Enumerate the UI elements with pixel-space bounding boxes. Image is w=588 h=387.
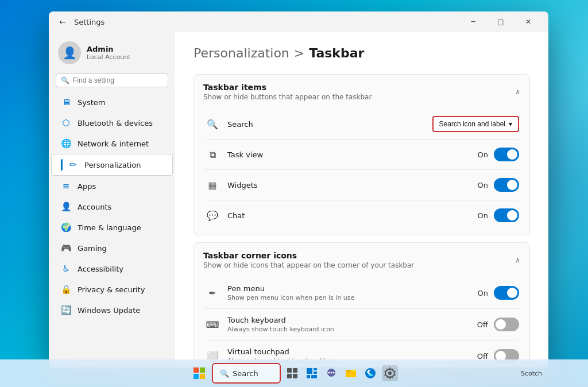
section-taskbar-items-header[interactable]: Taskbar items Show or hide buttons that … bbox=[194, 75, 529, 109]
pen-sublabel: Show pen menu icon when pen is in use bbox=[227, 294, 471, 301]
svg-rect-8 bbox=[307, 368, 312, 374]
taskview-toggle[interactable] bbox=[494, 148, 519, 161]
section-corner-icons-header[interactable]: Taskbar corner icons Show or hide icons … bbox=[194, 243, 529, 277]
section-title-corner: Taskbar corner icons bbox=[203, 251, 414, 260]
sidebar-item-label-time: Time & language bbox=[78, 223, 141, 232]
maximize-button[interactable]: □ bbox=[488, 13, 514, 31]
sidebar-search[interactable]: 🔍 bbox=[56, 73, 168, 87]
sidebar-item-apps[interactable]: ≡ Apps bbox=[51, 176, 173, 196]
keyboard-label-text: Touch keyboard bbox=[227, 316, 470, 324]
svg-rect-11 bbox=[307, 375, 310, 378]
accounts-icon: 👤 bbox=[60, 201, 72, 212]
sidebar-item-accounts[interactable]: 👤 Accounts bbox=[51, 196, 173, 217]
window-title: Settings bbox=[74, 18, 105, 26]
svg-rect-9 bbox=[314, 368, 317, 370]
personalization-icon: ✏ bbox=[67, 159, 79, 171]
minimize-button[interactable]: ─ bbox=[460, 13, 486, 31]
keyboard-sublabel: Always show touch keyboard icon bbox=[227, 326, 470, 333]
accessibility-icon: ♿ bbox=[60, 263, 72, 274]
svg-rect-2 bbox=[194, 374, 199, 379]
svg-rect-1 bbox=[200, 367, 205, 373]
sidebar-item-system[interactable]: 🖥 System bbox=[51, 92, 173, 113]
section-corner-icons-body: ✒ Pen menu Show pen menu icon when pen i… bbox=[194, 277, 529, 367]
sidebar-item-privacy[interactable]: 🔒 Privacy & security bbox=[51, 279, 173, 300]
pen-label-text: Pen menu bbox=[227, 284, 471, 293]
sidebar-item-time[interactable]: 🌍 Time & language bbox=[51, 217, 173, 238]
scotch-label-area: Scotch bbox=[521, 359, 542, 387]
taskbar-chat-icon[interactable] bbox=[323, 365, 339, 381]
privacy-icon: 🔒 bbox=[60, 284, 72, 295]
windows-logo bbox=[194, 367, 205, 379]
chevron-up-icon: ∧ bbox=[515, 88, 520, 96]
sidebar-item-label-system: System bbox=[78, 98, 105, 107]
setting-row-search[interactable]: 🔍 Search Search icon and label ▾ bbox=[199, 109, 525, 139]
keyboard-status: Off bbox=[477, 320, 488, 329]
setting-row-widgets[interactable]: ▦ Widgets On bbox=[199, 170, 525, 200]
taskview-icon: ⧉ bbox=[204, 146, 220, 162]
setting-row-pen[interactable]: ✒ Pen menu Show pen menu icon when pen i… bbox=[199, 277, 525, 308]
setting-row-chat[interactable]: 💬 Chat On bbox=[199, 200, 525, 230]
back-button[interactable]: ← bbox=[56, 15, 69, 29]
sidebar-item-label-apps: Apps bbox=[78, 182, 96, 191]
user-role: Local Account bbox=[87, 53, 130, 61]
scotch-label: Scotch bbox=[521, 370, 542, 377]
setting-right-keyboard: Off bbox=[477, 318, 519, 331]
section-taskbar-items: Taskbar items Show or hide buttons that … bbox=[194, 74, 530, 235]
update-icon: 🔄 bbox=[60, 304, 72, 316]
setting-row-taskview[interactable]: ⧉ Task view On bbox=[199, 140, 525, 169]
svg-rect-4 bbox=[287, 368, 292, 373]
page-title: Taskbar bbox=[309, 46, 364, 60]
section-subtitle-corner: Show or hide icons that appear on the co… bbox=[203, 261, 414, 269]
search-dropdown-button[interactable]: Search icon and label ▾ bbox=[432, 116, 519, 132]
keyboard-toggle[interactable] bbox=[494, 318, 519, 331]
settings-window: ← Settings ─ □ ✕ 👤 Admin Local Account 🔍 bbox=[49, 11, 548, 367]
svg-point-14 bbox=[328, 372, 330, 374]
svg-rect-7 bbox=[293, 374, 297, 378]
section-title-group-corner: Taskbar corner icons Show or hide icons … bbox=[203, 251, 414, 269]
taskbar-search-icon: 🔍 bbox=[220, 369, 229, 378]
svg-rect-5 bbox=[293, 368, 297, 373]
setting-right-chat: On bbox=[478, 208, 519, 222]
svg-rect-6 bbox=[287, 374, 292, 378]
search-input[interactable] bbox=[73, 76, 163, 84]
svg-point-15 bbox=[331, 372, 332, 374]
pen-toggle[interactable] bbox=[494, 286, 519, 300]
pen-status: On bbox=[478, 289, 488, 297]
taskbar-taskview-icon[interactable] bbox=[284, 365, 300, 381]
network-icon: 🌐 bbox=[60, 138, 72, 149]
sidebar-item-update[interactable]: 🔄 Windows Update bbox=[51, 300, 173, 320]
breadcrumb-parent: Personalization bbox=[194, 46, 289, 60]
widgets-toggle[interactable] bbox=[494, 178, 519, 192]
user-info: Admin Local Account bbox=[87, 45, 130, 61]
svg-point-16 bbox=[333, 372, 335, 374]
sidebar-item-label-accessibility: Accessibility bbox=[78, 265, 123, 273]
sidebar: 👤 Admin Local Account 🔍 🖥 System ⬡ bbox=[49, 32, 175, 367]
sidebar-item-personalization[interactable]: ✏ Personalization bbox=[51, 154, 173, 176]
taskbar-widgets-icon[interactable] bbox=[304, 365, 320, 381]
sidebar-item-network[interactable]: 🌐 Network & internet bbox=[51, 133, 173, 154]
touchpad-label-text: Virtual touchpad bbox=[227, 347, 470, 356]
taskbar-settings-icon[interactable] bbox=[382, 365, 398, 381]
close-button[interactable]: ✕ bbox=[515, 13, 541, 31]
widgets-status: On bbox=[478, 181, 488, 189]
taskbar-explorer-icon[interactable] bbox=[343, 365, 359, 381]
taskbar-search-box[interactable]: 🔍 Search bbox=[212, 363, 281, 384]
settings-body: 👤 Admin Local Account 🔍 🖥 System ⬡ bbox=[49, 32, 548, 367]
sidebar-item-accessibility[interactable]: ♿ Accessibility bbox=[51, 258, 173, 279]
start-button[interactable] bbox=[190, 364, 208, 382]
setting-label-chat: Chat bbox=[227, 211, 471, 220]
sidebar-item-gaming[interactable]: 🎮 Gaming bbox=[51, 238, 173, 258]
window-controls: ─ □ ✕ bbox=[460, 13, 541, 31]
chat-toggle[interactable] bbox=[494, 208, 519, 222]
taskbar-edge-icon[interactable] bbox=[362, 365, 378, 381]
nav-list: 🖥 System ⬡ Bluetooth & devices 🌐 Network… bbox=[49, 92, 175, 320]
time-icon: 🌍 bbox=[60, 222, 72, 233]
setting-row-touch-keyboard[interactable]: ⌨ Touch keyboard Always show touch keybo… bbox=[199, 309, 525, 340]
apps-icon: ≡ bbox=[60, 180, 72, 192]
setting-label-keyboard: Touch keyboard Always show touch keyboar… bbox=[227, 316, 470, 333]
setting-label-pen: Pen menu Show pen menu icon when pen is … bbox=[227, 284, 471, 301]
setting-right-search: Search icon and label ▾ bbox=[432, 116, 519, 132]
bluetooth-icon: ⬡ bbox=[60, 117, 72, 129]
sidebar-item-bluetooth[interactable]: ⬡ Bluetooth & devices bbox=[51, 113, 173, 133]
main-content: Personalization > Taskbar Taskbar items … bbox=[175, 32, 548, 367]
